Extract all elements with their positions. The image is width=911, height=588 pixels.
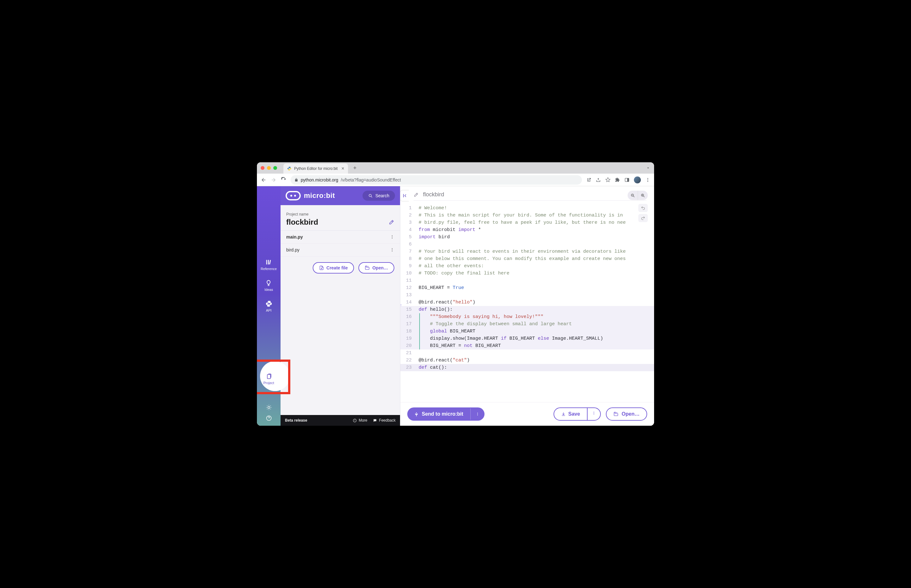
footer-bar: Beta release More Feedback: [280, 415, 400, 426]
editor-filename: flockbird: [423, 191, 444, 198]
back-button[interactable]: [261, 177, 266, 183]
send-to-microbit-button[interactable]: Send to micro:bit: [407, 407, 484, 421]
send-menu-button[interactable]: [470, 409, 484, 420]
open-external-icon[interactable]: [586, 178, 591, 183]
svg-point-16: [477, 413, 478, 414]
code-line[interactable]: 10# TODO: copy the final list here: [400, 270, 654, 277]
titlebar: Python Editor for micro:bit × +: [257, 162, 654, 174]
feedback-link[interactable]: Feedback: [373, 418, 396, 423]
save-menu-button[interactable]: [587, 408, 600, 420]
usb-icon: [414, 412, 419, 416]
code-line[interactable]: 15def hello():: [400, 306, 654, 313]
code-line[interactable]: 9# all the other events:: [400, 262, 654, 270]
side-panel: micro:bit Search Project name flockbird: [280, 186, 400, 426]
code-line[interactable]: 8# one below this comment. You can modif…: [400, 255, 654, 262]
browser-tab[interactable]: Python Editor for micro:bit ×: [283, 163, 348, 174]
window-controls: [261, 166, 277, 170]
svg-point-4: [647, 181, 649, 182]
file-actions: Create file Open…: [280, 257, 400, 279]
code-line[interactable]: 6: [400, 241, 654, 248]
code-line[interactable]: 13: [400, 291, 654, 299]
svg-point-11: [392, 250, 392, 250]
brand-logo: micro:bit: [286, 191, 335, 200]
code-line[interactable]: 16 """Somebody is saying hi, how lovely!…: [400, 313, 654, 320]
file-item-main[interactable]: main.py: [280, 231, 400, 244]
open-button[interactable]: Open…: [606, 407, 647, 421]
svg-point-8: [392, 237, 392, 237]
code-area[interactable]: 1# Welcome!2# This is the main script fo…: [400, 201, 654, 402]
save-button[interactable]: Save: [553, 407, 601, 421]
code-line[interactable]: 17 # Toggle the display between small an…: [400, 320, 654, 328]
more-link[interactable]: More: [353, 418, 367, 423]
code-line[interactable]: 23def cat():: [400, 364, 654, 371]
code-line[interactable]: 20 BIG_HEART = not BIG_HEART: [400, 342, 654, 349]
zoom-controls: [628, 191, 648, 200]
create-file-button[interactable]: Create file: [313, 262, 354, 273]
url-path: /v/beta?flag=audioSoundEffect: [341, 178, 401, 183]
svg-point-6: [369, 194, 371, 197]
edit-filename-icon[interactable]: [414, 192, 419, 197]
svg-point-19: [594, 412, 594, 412]
code-line[interactable]: 5import bird: [400, 234, 654, 241]
zoom-out-button[interactable]: [628, 191, 638, 200]
rail-ideas[interactable]: Ideas: [264, 279, 273, 291]
code-line[interactable]: 14@bird.react("hello"): [400, 299, 654, 306]
bottom-action-bar: Send to micro:bit Save: [400, 402, 654, 426]
rail-reference[interactable]: Reference: [261, 259, 277, 271]
svg-rect-1: [627, 178, 629, 181]
file-more-icon[interactable]: [390, 248, 394, 252]
file-more-icon[interactable]: [390, 235, 394, 239]
code-line[interactable]: 3# bird.py file, feel free to have a pee…: [400, 219, 654, 226]
rail-project[interactable]: Project: [257, 373, 280, 385]
code-line[interactable]: 11: [400, 277, 654, 284]
bookmark-star-icon[interactable]: [605, 177, 611, 183]
maximize-window-button[interactable]: [273, 166, 277, 170]
left-rail: Reference Ideas API Project: [257, 186, 280, 426]
profile-avatar[interactable]: [634, 176, 641, 183]
rail-api[interactable]: API: [265, 300, 272, 312]
file-list: main.py bird.py: [280, 230, 400, 257]
search-button[interactable]: Search: [362, 191, 395, 201]
zoom-in-button[interactable]: [638, 191, 648, 200]
code-line[interactable]: 19 display.show(Image.HEART if BIG_HEART…: [400, 335, 654, 342]
code-line[interactable]: 21: [400, 349, 654, 357]
edit-project-name-button[interactable]: [389, 219, 394, 225]
forward-button[interactable]: [271, 177, 277, 183]
beta-label: Beta release: [285, 418, 307, 423]
reload-button[interactable]: [281, 177, 286, 183]
tab-list-button[interactable]: [646, 166, 650, 170]
svg-point-2: [647, 178, 649, 179]
tab-title: Python Editor for micro:bit: [294, 166, 338, 171]
rail-bottom: [257, 404, 280, 421]
code-line[interactable]: 22@bird.react("cat"): [400, 357, 654, 364]
settings-icon[interactable]: [266, 404, 272, 410]
new-tab-button[interactable]: +: [351, 165, 359, 171]
help-icon[interactable]: [266, 415, 272, 421]
code-line[interactable]: 18 global BIG_HEART: [400, 328, 654, 335]
code-line[interactable]: 12BIG_HEART = True: [400, 284, 654, 291]
project-name-label: Project name: [284, 209, 396, 218]
svg-point-7: [392, 235, 392, 236]
svg-point-21: [594, 414, 594, 415]
file-item-bird[interactable]: bird.py: [280, 244, 400, 257]
browser-menu-icon[interactable]: [645, 178, 650, 183]
address-bar[interactable]: python.microbit.org/v/beta?flag=audioSou…: [291, 175, 582, 185]
svg-point-3: [647, 179, 649, 180]
close-window-button[interactable]: [261, 166, 264, 170]
sidepanel-icon[interactable]: [625, 178, 629, 183]
code-line[interactable]: 4from microbit import *: [400, 226, 654, 234]
code-editor-panel: ⋮ flockbird 1# Welcome!2: [400, 186, 654, 426]
collapse-panel-button[interactable]: [400, 190, 409, 201]
project-box: Project name flockbird: [284, 209, 396, 230]
download-icon: [561, 412, 566, 417]
close-tab-icon[interactable]: ×: [341, 166, 344, 171]
svg-point-18: [477, 415, 478, 416]
code-line[interactable]: 7# Your bird will react to events in the…: [400, 248, 654, 255]
code-line[interactable]: 2# This is the main script for your bird…: [400, 212, 654, 219]
extensions-icon[interactable]: [615, 178, 620, 183]
microbit-logo-icon: [286, 191, 301, 200]
open-panel-button[interactable]: Open…: [358, 262, 394, 273]
share-icon[interactable]: [596, 178, 601, 183]
minimize-window-button[interactable]: [267, 166, 271, 170]
code-line[interactable]: 1# Welcome!: [400, 205, 654, 212]
